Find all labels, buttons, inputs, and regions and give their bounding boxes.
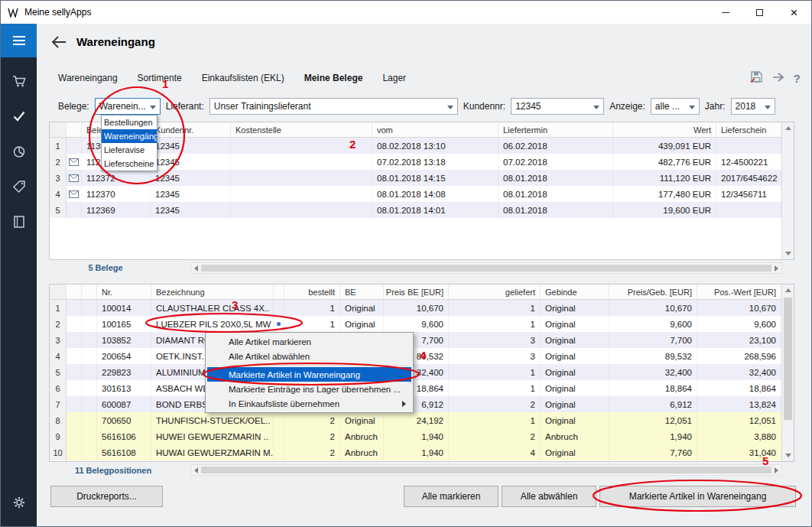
tab-einkaufslisten-ekl[interactable]: Einkaufslisten (EKL) [202, 73, 284, 83]
geliefert-cell: 1 [449, 412, 541, 428]
context-menu-item[interactable]: Alle Artikel abwählen [207, 349, 411, 363]
position-row[interactable]: 3103852DIAMANT RO7,7003Original7,70023,1… [50, 332, 781, 348]
scrollbar-thumb[interactable] [784, 298, 792, 420]
scroll-down-icon[interactable] [785, 252, 791, 255]
submenu-arrow-icon [402, 401, 406, 407]
upper-horizontal-scrollbar[interactable] [190, 262, 782, 274]
anzeige-select[interactable]: alle ... [651, 98, 700, 115]
context-menu-item[interactable]: Markierte Einträge ins Lager übernehmen … [207, 382, 411, 396]
upper-vertical-scrollbar[interactable] [781, 122, 794, 259]
column-header[interactable] [50, 285, 67, 299]
minimize-button[interactable] [708, 1, 742, 24]
column-header[interactable]: Kostenstelle [231, 122, 372, 137]
alle-abwaehlen-button[interactable]: Alle abwählen [502, 486, 596, 507]
column-header[interactable]: Gebinde [541, 285, 609, 299]
context-menu-item[interactable]: In Einkaufsliste übernehmen [207, 396, 411, 411]
column-header[interactable] [274, 285, 284, 299]
druckreports-button[interactable]: Druckreports... [50, 486, 163, 507]
position-row[interactable]: 95616106HUWEI GEWUERZMARIN ..2Anbruch1,9… [50, 428, 781, 444]
position-row[interactable]: 1100014CLAUSTHALER CLASS 4X..1Original10… [50, 300, 781, 316]
lower-horizontal-scrollbar[interactable] [190, 464, 782, 476]
column-header[interactable] [82, 285, 97, 299]
context-menu-item[interactable]: Markierte Artikel in Wareneingang [207, 367, 411, 382]
scroll-up-icon[interactable] [785, 288, 791, 292]
preis_be-cell: 24,192 [384, 412, 449, 428]
maximize-button[interactable] [742, 1, 777, 24]
position-row[interactable]: 2100165LUEBZER PILS 20X0,5L MW1Original9… [50, 316, 781, 332]
scrollbar-thumb[interactable] [201, 467, 771, 473]
be-cell: Original [340, 316, 384, 332]
dropdown-item[interactable]: Lieferscheine [102, 157, 157, 171]
alle-markieren-button[interactable]: Alle markieren [404, 486, 499, 507]
context-menu-item[interactable]: Alle Artikel markieren [207, 334, 411, 349]
sidebar-item-settings[interactable] [1, 485, 37, 520]
column-header[interactable] [50, 122, 67, 137]
scrollbar-thumb[interactable] [201, 265, 771, 272]
scroll-right-icon[interactable] [775, 467, 778, 473]
be-cell: Anbruch [340, 428, 384, 444]
column-header[interactable]: Wert [613, 122, 716, 137]
position-row[interactable]: 4200654OETK.INST.89,5323Original89,53226… [50, 348, 781, 364]
lower-vertical-scrollbar[interactable] [781, 285, 794, 461]
column-header[interactable]: geliefert [449, 285, 541, 299]
forward-button[interactable] [771, 72, 785, 85]
save-button[interactable] [750, 70, 763, 86]
sidebar-item-prices[interactable] [1, 169, 37, 204]
position-row[interactable]: 7600087BOND ERBS6,9122Original6,91213,82… [50, 396, 781, 412]
column-header[interactable]: Preis/Geb. [EUR] [609, 285, 697, 299]
dropdown-item[interactable]: Lieferavise [102, 143, 157, 157]
tab-sortimente[interactable]: Sortimente [138, 73, 182, 83]
column-header[interactable]: Bezeichnung [151, 285, 274, 299]
menu-toggle-button[interactable] [1, 24, 37, 57]
upper-table-header: BelegKundennr.KostenstellevomLiefertermi… [50, 122, 781, 138]
column-header[interactable] [67, 122, 82, 137]
tab-wareneingang[interactable]: Wareneingang [58, 73, 118, 83]
scroll-up-icon[interactable] [785, 126, 791, 130]
markierte-artikel-button[interactable]: Markierte Artikel in Wareneingang [599, 486, 796, 507]
scroll-left-icon[interactable] [194, 467, 198, 473]
position-row[interactable]: 6301613ASBACH WE18,8641Original18,86418,… [50, 380, 781, 396]
scroll-right-icon[interactable] [775, 265, 778, 272]
lieferschein-cell [716, 202, 781, 218]
column-header[interactable]: vom [372, 122, 499, 137]
sidebar-item-catalog[interactable] [1, 204, 37, 239]
tab-meine-belege[interactable]: Meine Belege [304, 73, 363, 83]
sidebar-item-statistics[interactable] [1, 134, 37, 169]
sidebar-item-wareneingang[interactable] [1, 99, 37, 134]
kundennr-select[interactable]: 12345 [511, 98, 604, 115]
belege-select[interactable]: Warenein... [95, 98, 161, 115]
app-window: Meine sellyApps × [0, 0, 812, 527]
help-button[interactable]: ? [794, 72, 801, 85]
scroll-left-icon[interactable] [194, 265, 198, 272]
back-button[interactable] [50, 34, 70, 50]
beleg-cell: 112369 [82, 202, 151, 218]
column-header[interactable]: Nr. [97, 285, 151, 299]
column-header[interactable]: bestellt [284, 285, 340, 299]
preis_geb-cell: 7,700 [609, 332, 697, 348]
scroll-down-icon[interactable] [785, 454, 791, 457]
dropdown-item[interactable]: Wareneingäng [102, 129, 157, 143]
column-header[interactable]: Preis BE [EUR] [384, 285, 449, 299]
lieferant-select[interactable]: Unser Trainingslieferant [209, 98, 458, 115]
column-header[interactable] [67, 285, 82, 299]
tab-lager[interactable]: Lager [382, 73, 406, 83]
check-icon [11, 109, 27, 124]
jahr-select[interactable]: 2018 [731, 98, 775, 115]
column-header[interactable]: Kundennr. [151, 122, 231, 137]
position-row[interactable]: 5229823ALUMINIUM32,4001Original32,40032,… [50, 364, 781, 380]
position-row[interactable]: 105616108HUWAI GEWUERZMARIN M..2Anbruch1… [50, 444, 781, 460]
wert-cell: 439,091 EUR [613, 138, 716, 154]
column-header[interactable]: Pos.-Wert [EUR] [697, 285, 781, 299]
position-row[interactable]: 8700650THUNFISCH-STUECK/OEL..2Original24… [50, 412, 781, 428]
column-header[interactable]: Liefertermin [499, 122, 613, 137]
beleg-row[interactable]: 111391234508.02.2018 13:1006.02.2018439,… [50, 138, 781, 154]
beleg-row[interactable]: 211211234507.02.2018 13:1807.02.2018482,… [50, 154, 781, 170]
beleg-row[interactable]: 31123721234508.01.2018 14:1508.01.201811… [50, 170, 781, 186]
beleg-row[interactable]: 51123691234508.01.2018 14:0108.01.201819… [50, 202, 781, 218]
column-header[interactable]: Lieferschein [716, 122, 781, 137]
column-header[interactable]: BE [340, 285, 384, 299]
dropdown-item[interactable]: Bestellungen [102, 115, 157, 129]
sidebar-item-shop[interactable] [1, 63, 37, 99]
beleg-row[interactable]: 41123701234508.01.2018 14:0808.01.201817… [50, 186, 781, 202]
close-button[interactable]: × [777, 1, 811, 24]
